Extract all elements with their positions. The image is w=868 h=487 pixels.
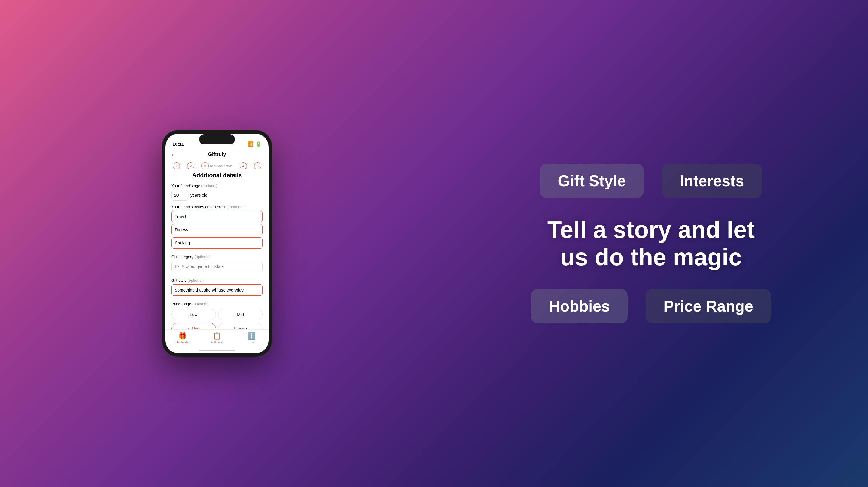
tab-gift-finder[interactable]: 🎁 Gift Finder (165, 332, 200, 344)
years-label: years old (190, 193, 208, 198)
step-connector-4 (248, 166, 253, 166)
step-4: 4 (240, 162, 247, 170)
age-field-group: Your friend's age (optional) years old (172, 183, 262, 201)
hobbies-label: Hobbies (531, 289, 628, 323)
hero-line-2: us do the magic (547, 244, 755, 271)
status-icons: 📶 🔋 (248, 141, 261, 147)
nav-bar: ‹ Giftruly (165, 149, 269, 160)
hero-text: Tell a story and let us do the magic (547, 216, 755, 271)
step-2: ✓ (187, 162, 194, 170)
age-input-row: years old (172, 190, 262, 201)
wifi-icon: 📶 (248, 141, 254, 147)
step-connector-1 (181, 166, 186, 166)
left-panel: 10:11 📶 🔋 ‹ Giftruly ✓ ✓ (0, 0, 434, 487)
price-low-button[interactable]: Low (172, 309, 216, 320)
price-range-label: Price Range (646, 289, 771, 323)
bottom-label-row: Hobbies Price Range (531, 289, 771, 323)
step-connector-3 (234, 166, 239, 166)
step-circle-3: 3 (202, 162, 209, 170)
style-field-group: Gift style (optional) (172, 278, 262, 297)
style-label: Gift style (optional) (172, 278, 262, 283)
age-label: Your friend's age (optional) (172, 183, 262, 188)
style-input[interactable] (172, 284, 262, 296)
taste-input-2[interactable] (172, 224, 262, 235)
gift-lists-icon: 📋 (213, 332, 221, 340)
step-3: 3 Additional details (202, 162, 232, 170)
battery-icon: 🔋 (255, 141, 261, 147)
price-mid-button[interactable]: Mid (218, 309, 262, 320)
tastes-field-group: Your friend's tastes and interests (opti… (172, 205, 262, 250)
tab-gift-lists[interactable]: 📋 Gift Lists (200, 332, 234, 344)
category-field-group: Gift category (optional) (172, 255, 262, 274)
home-indicator (199, 350, 235, 351)
status-time: 10:11 (173, 141, 184, 146)
dynamic-island (199, 134, 235, 144)
step-circle-5: 5 (254, 162, 261, 170)
interests-label: Interests (662, 164, 762, 198)
step-1: ✓ (173, 162, 180, 170)
gift-finder-icon: 🎁 (179, 332, 187, 340)
progress-steps: ✓ ✓ 3 Additional details 4 5 (165, 160, 269, 172)
step-3-label: Additional details (210, 165, 232, 168)
hero-line-1: Tell a story and let (547, 216, 755, 244)
app-title: Giftruly (208, 151, 226, 157)
top-label-row: Gift Style Interests (540, 164, 762, 198)
price-label: Price range (optional) (172, 302, 262, 306)
age-input[interactable] (172, 190, 188, 201)
tab-info[interactable]: ℹ️ Info (234, 332, 269, 344)
step-connector-2 (195, 166, 200, 166)
step-circle-1: ✓ (173, 162, 180, 170)
price-range-grid: Low Mid ✓ High Luxury (172, 309, 262, 332)
tab-info-label: Info (249, 341, 254, 344)
back-button[interactable]: ‹ (172, 151, 173, 158)
tab-gift-lists-label: Gift Lists (211, 341, 223, 344)
form-title: Additional details (172, 172, 262, 179)
tastes-label: Your friend's tastes and interests (opti… (172, 205, 262, 209)
form-content: Additional details Your friend's age (op… (165, 172, 269, 332)
category-label: Gift category (optional) (172, 255, 262, 259)
taste-input-3[interactable] (172, 237, 262, 249)
step-5: 5 (254, 162, 261, 170)
tab-gift-finder-label: Gift Finder (176, 341, 190, 344)
info-icon: ℹ️ (247, 332, 255, 340)
step-circle-2: ✓ (187, 162, 194, 170)
phone-frame: 10:11 📶 🔋 ‹ Giftruly ✓ ✓ (162, 130, 272, 357)
category-input[interactable] (172, 261, 262, 272)
phone-screen: 10:11 📶 🔋 ‹ Giftruly ✓ ✓ (165, 134, 269, 353)
gift-style-label: Gift Style (540, 164, 644, 198)
taste-input-1[interactable] (172, 211, 262, 222)
step-circle-4: 4 (240, 162, 247, 170)
right-panel: Gift Style Interests Tell a story and le… (434, 0, 868, 487)
price-range-field-group: Price range (optional) Low Mid ✓ High Lu… (172, 302, 262, 332)
